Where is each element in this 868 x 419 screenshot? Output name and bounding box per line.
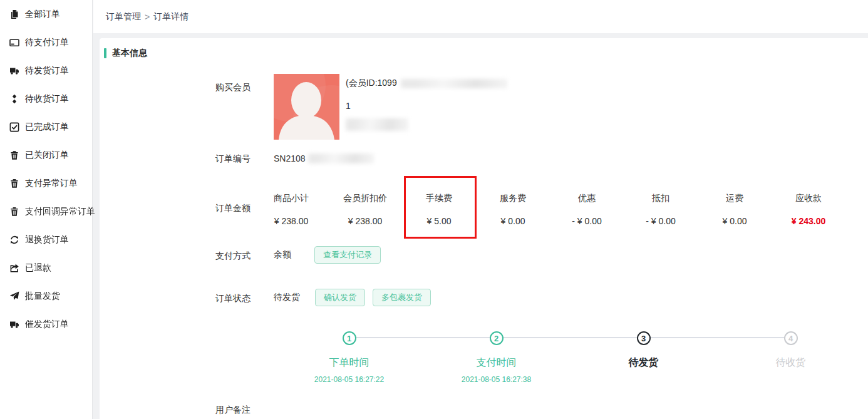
step-timestamp: 2021-08-05 16:27:22 (276, 375, 423, 384)
order-status-value: 待发货 (274, 292, 300, 303)
order-no-redacted (308, 153, 374, 163)
section-header: 基本信息 (104, 48, 147, 59)
order-no-value: SN2108 (274, 153, 374, 163)
payment-method-label: 支付方式 (215, 251, 251, 262)
amount-column: 优惠- ¥ 0.00 (550, 193, 624, 226)
amount-column-label: 会员折扣价 (328, 193, 402, 204)
sidebar-item-label: 待发货订单 (25, 65, 69, 76)
order-status-label: 订单状态 (215, 293, 251, 304)
basic-info-panel: 基本信息 购买会员 (会员ID:1099 1 订单编号 SN2108 (100, 38, 868, 419)
sidebar-item-label: 全部订单 (25, 9, 60, 20)
check-square-icon (9, 122, 19, 132)
sidebar-item-2[interactable]: 待支付订单 (0, 28, 92, 56)
sidebar-item-label: 已退款 (25, 262, 51, 274)
member-quantity: 1 (346, 101, 507, 111)
documents-icon (9, 9, 19, 19)
amount-column-label: 服务费 (476, 193, 550, 204)
sidebar-item-label: 支付异常订单 (25, 178, 78, 189)
main-area: 订单管理 > 订单详情 基本信息 购买会员 (会员ID:1099 1 (93, 0, 868, 419)
step-number-circle: 2 (490, 331, 504, 345)
step-label: 待收货 (717, 356, 864, 370)
amount-column-label: 优惠 (550, 193, 624, 204)
step-label: 待发货 (570, 356, 717, 370)
amount-column-value: ¥ 0.00 (698, 216, 772, 226)
step-timestamp: 2021-08-05 16:27:38 (423, 375, 570, 384)
sidebar-item-4[interactable]: 待收货订单 (0, 85, 92, 113)
progress-step-1: 1下单时间2021-08-05 16:27:22 (276, 331, 423, 384)
sidebar-item-5[interactable]: 已完成订单 (0, 113, 92, 141)
step-number-circle: 1 (343, 331, 356, 345)
sidebar-item-label: 已关闭订单 (25, 150, 69, 161)
trash-icon (9, 207, 19, 217)
sidebar-item-label: 已完成订单 (25, 122, 69, 133)
amount-column: 运费¥ 0.00 (698, 193, 772, 226)
view-payment-records-button[interactable]: 查看支付记录 (314, 246, 381, 264)
member-avatar (274, 74, 339, 140)
breadcrumb: 订单管理 > 订单详情 (93, 0, 868, 33)
sidebar-item-label: 待支付订单 (25, 37, 69, 48)
member-id-text: (会员ID:1099 (346, 78, 397, 89)
export-icon (9, 263, 19, 273)
sidebar-item-label: 支付回调异常订单 (25, 206, 95, 217)
section-accent-bar (104, 48, 106, 58)
amount-column-label: 手续费 (402, 193, 476, 204)
amount-column: 会员折扣价¥ 238.00 (328, 193, 402, 226)
sidebar-item-1[interactable]: 全部订单 (0, 0, 92, 28)
sidebar-item-3[interactable]: 待发货订单 (0, 56, 92, 85)
sidebar-item-label: 待收货订单 (25, 93, 69, 105)
section-title: 基本信息 (112, 48, 147, 59)
progress-step-3: 3待发货 (570, 331, 717, 384)
step-number-circle: 3 (637, 331, 651, 345)
amount-columns: 商品小计¥ 238.00会员折扣价¥ 238.00手续费¥ 5.00服务费¥ 0… (254, 193, 845, 226)
sidebar-item-label: 批量发货 (25, 291, 60, 302)
amount-column-value: ¥ 0.00 (476, 216, 550, 226)
member-info: (会员ID:1099 1 (346, 78, 507, 131)
sidebar-item-9[interactable]: 退换货订单 (0, 225, 92, 254)
step-number-circle: 4 (784, 331, 798, 345)
breadcrumb-current: 订单详情 (153, 11, 189, 23)
member-name-redacted (401, 79, 507, 88)
sidebar-item-7[interactable]: 支付异常订单 (0, 169, 92, 197)
amount-column-value: - ¥ 0.00 (624, 216, 698, 226)
trash-icon (9, 150, 19, 160)
amount-column: 商品小计¥ 238.00 (254, 193, 328, 226)
step-label: 支付时间 (423, 356, 570, 370)
sidebar-item-label: 退换货订单 (25, 234, 69, 246)
sidebar-menu: 全部订单待支付订单待发货订单待收货订单已完成订单已关闭订单支付异常订单支付回调异… (0, 0, 92, 338)
sidebar-item-label: 催发货订单 (25, 319, 69, 330)
user-remark-label: 用户备注 (215, 405, 251, 416)
amount-column-value: - ¥ 0.00 (550, 216, 624, 226)
step-label: 下单时间 (276, 356, 423, 370)
amount-column: 应收款¥ 243.00 (772, 193, 845, 226)
sidebar-item-10[interactable]: 已退款 (0, 254, 92, 282)
breadcrumb-parent[interactable]: 订单管理 (106, 11, 141, 23)
amount-column: 服务费¥ 0.00 (476, 193, 550, 226)
amount-column: 手续费¥ 5.00 (402, 193, 476, 226)
payment-method-value: 余额 (274, 249, 291, 261)
amount-column-label: 运费 (698, 193, 772, 204)
truck-icon (9, 319, 19, 329)
sidebar-item-8[interactable]: 支付回调异常订单 (0, 197, 92, 225)
multi-package-ship-button[interactable]: 多包裹发货 (373, 289, 431, 306)
order-amount-label: 订单金额 (215, 203, 251, 214)
credit-card-icon (9, 38, 19, 48)
confirm-ship-button[interactable]: 确认发货 (315, 289, 365, 306)
amount-column: 抵扣- ¥ 0.00 (624, 193, 698, 226)
sidebar-item-6[interactable]: 已关闭订单 (0, 141, 92, 169)
order-no-prefix: SN2108 (274, 153, 306, 163)
order-no-label: 订单编号 (215, 153, 251, 165)
amount-column-label: 应收款 (772, 193, 845, 204)
trash-icon (9, 178, 19, 189)
amount-column-value: ¥ 238.00 (328, 216, 402, 226)
breadcrumb-separator: > (145, 12, 150, 22)
member-detail-redacted (346, 118, 408, 131)
amount-column-value: ¥ 238.00 (254, 216, 328, 226)
amount-column-value: ¥ 243.00 (772, 216, 845, 226)
sidebar-item-11[interactable]: 批量发货 (0, 282, 92, 310)
progress-step-4: 4待收货 (717, 331, 864, 384)
sidebar-item-12[interactable]: 催发货订单 (0, 310, 92, 338)
amount-column-value: ¥ 5.00 (402, 216, 476, 226)
package-arrows-icon (9, 94, 19, 104)
truck-icon (9, 66, 19, 76)
amount-column-label: 抵扣 (624, 193, 698, 204)
